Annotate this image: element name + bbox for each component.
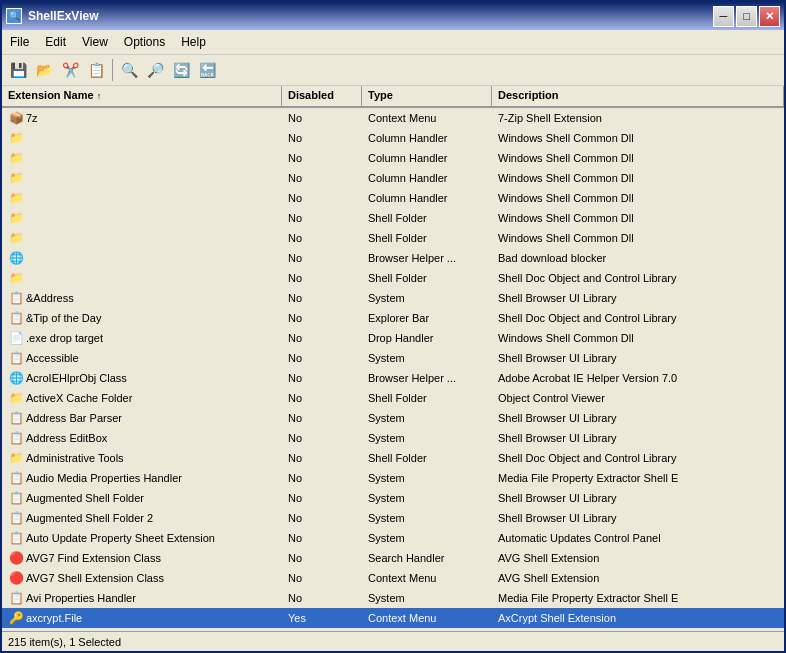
cell-disabled: No: [282, 108, 362, 128]
cell-name: 🔑axcrypt.File: [2, 608, 282, 628]
row-icon: 📋: [8, 430, 24, 446]
toolbar-btn-refresh[interactable]: 🔄: [169, 58, 193, 82]
row-icon: 📁: [8, 450, 24, 466]
cell-type: Browser Helper ...: [362, 248, 492, 268]
col-header-disabled[interactable]: Disabled: [282, 86, 362, 106]
cell-desc: Windows Shell Common Dll: [492, 148, 784, 168]
table-row[interactable]: 🔑axcrypt.FileYesContext MenuAxCrypt Shel…: [2, 608, 784, 628]
table-row[interactable]: 📋Audio Media Properties HandlerNoSystemM…: [2, 468, 784, 488]
cell-name: 📁: [2, 228, 282, 248]
cell-name: 🌐AcroIEHlprObj Class: [2, 368, 282, 388]
table-wrapper: Extension Name ↑ Disabled Type Descripti…: [2, 86, 784, 631]
toolbar-btn-copy[interactable]: 📋: [84, 58, 108, 82]
table-row[interactable]: 📁ActiveX Cache FolderNoShell FolderObjec…: [2, 388, 784, 408]
col-header-desc[interactable]: Description: [492, 86, 784, 106]
row-name-text: Accessible: [26, 349, 79, 367]
title-bar: 🔍 ShellExView ─ □ ✕: [2, 2, 784, 30]
status-text: 215 item(s), 1 Selected: [8, 636, 121, 648]
table-row[interactable]: 📋&Tip of the DayNoExplorer BarShell Doc …: [2, 308, 784, 328]
table-row[interactable]: 📁NoShell FolderWindows Shell Common Dll: [2, 208, 784, 228]
table-row[interactable]: 🔴AVG7 Find Extension ClassNoSearch Handl…: [2, 548, 784, 568]
main-content: Extension Name ↑ Disabled Type Descripti…: [2, 86, 784, 651]
cell-desc: Bad download blocker: [492, 248, 784, 268]
row-icon: 📋: [8, 290, 24, 306]
menu-item-file[interactable]: File: [2, 32, 37, 52]
row-name-text: Augmented Shell Folder 2: [26, 509, 153, 527]
cell-type: Drop Handler: [362, 328, 492, 348]
row-icon: 📋: [8, 490, 24, 506]
cell-disabled: No: [282, 508, 362, 528]
toolbar-btn-zoom[interactable]: 🔎: [143, 58, 167, 82]
row-name-text: &Tip of the Day: [26, 309, 101, 327]
row-name-text: ActiveX Cache Folder: [26, 389, 132, 407]
cell-desc: AVG Shell Extension: [492, 568, 784, 588]
row-icon: 📁: [8, 390, 24, 406]
table-row[interactable]: 📁NoColumn HandlerWindows Shell Common Dl…: [2, 168, 784, 188]
table-row[interactable]: 📋Address Bar ParserNoSystemShell Browser…: [2, 408, 784, 428]
app-icon: 🔍: [6, 8, 22, 24]
toolbar-btn-search[interactable]: 🔍: [117, 58, 141, 82]
menu-item-options[interactable]: Options: [116, 32, 173, 52]
row-icon: 📋: [8, 470, 24, 486]
maximize-button[interactable]: □: [736, 6, 757, 27]
table-row[interactable]: 📁NoColumn HandlerWindows Shell Common Dl…: [2, 128, 784, 148]
cell-type: Shell Folder: [362, 208, 492, 228]
col-header-name[interactable]: Extension Name ↑: [2, 86, 282, 106]
cell-name: 📁: [2, 148, 282, 168]
toolbar-btn-cut[interactable]: ✂️: [58, 58, 82, 82]
row-name-text: .exe drop target: [26, 329, 103, 347]
row-icon: 🔑: [8, 610, 24, 626]
cell-desc: Media File Property Extractor Shell E: [492, 588, 784, 608]
table-row[interactable]: 🔴AVG7 Shell Extension ClassNoContext Men…: [2, 568, 784, 588]
menu-bar: FileEditViewOptionsHelp: [2, 30, 784, 55]
table-row[interactable]: 📋Avi Properties HandlerNoSystemMedia Fil…: [2, 588, 784, 608]
cell-disabled: No: [282, 228, 362, 248]
table-row[interactable]: 📁NoColumn HandlerWindows Shell Common Dl…: [2, 188, 784, 208]
close-button[interactable]: ✕: [759, 6, 780, 27]
toolbar-btn-back[interactable]: 🔙: [195, 58, 219, 82]
table-row[interactable]: 🌐NoBrowser Helper ...Bad download blocke…: [2, 248, 784, 268]
row-icon: 📁: [8, 130, 24, 146]
table-row[interactable]: 📁NoShell FolderShell Doc Object and Cont…: [2, 268, 784, 288]
menu-item-view[interactable]: View: [74, 32, 116, 52]
row-icon: 📋: [8, 310, 24, 326]
window-controls: ─ □ ✕: [713, 6, 780, 27]
table-row[interactable]: 📋Augmented Shell Folder 2NoSystemShell B…: [2, 508, 784, 528]
cell-name: 🔴AVG7 Find Extension Class: [2, 548, 282, 568]
cell-name: 🔴AVG7 Shell Extension Class: [2, 568, 282, 588]
minimize-button[interactable]: ─: [713, 6, 734, 27]
table-row[interactable]: 📋&AddressNoSystemShell Browser UI Librar…: [2, 288, 784, 308]
toolbar-btn-save[interactable]: 💾: [6, 58, 30, 82]
cell-desc: Shell Browser UI Library: [492, 288, 784, 308]
cell-name: 📁: [2, 268, 282, 288]
table-row[interactable]: 📦7zNoContext Menu7-Zip Shell Extension: [2, 108, 784, 128]
row-name-text: AVG7 Shell Extension Class: [26, 569, 164, 587]
toolbar-btn-open[interactable]: 📂: [32, 58, 56, 82]
col-header-type[interactable]: Type: [362, 86, 492, 106]
table-row[interactable]: 📋Augmented Shell FolderNoSystemShell Bro…: [2, 488, 784, 508]
table-row[interactable]: 📁NoColumn HandlerWindows Shell Common Dl…: [2, 148, 784, 168]
cell-name: 📋Augmented Shell Folder: [2, 488, 282, 508]
row-name-text: &Address: [26, 289, 74, 307]
table-row[interactable]: 🌐AcroIEHlprObj ClassNoBrowser Helper ...…: [2, 368, 784, 388]
cell-type: System: [362, 468, 492, 488]
cell-name: 📁: [2, 188, 282, 208]
menu-item-edit[interactable]: Edit: [37, 32, 74, 52]
menu-item-help[interactable]: Help: [173, 32, 214, 52]
toolbar: 💾📂✂️📋🔍🔎🔄🔙: [2, 55, 784, 86]
table-row[interactable]: 📄.exe drop targetNoDrop HandlerWindows S…: [2, 328, 784, 348]
table-body[interactable]: 📦7zNoContext Menu7-Zip Shell Extension📁N…: [2, 108, 784, 631]
cell-disabled: No: [282, 428, 362, 448]
cell-desc: Shell Doc Object and Control Library: [492, 268, 784, 288]
cell-disabled: No: [282, 488, 362, 508]
cell-desc: Shell Browser UI Library: [492, 428, 784, 448]
table-row[interactable]: 📁Administrative ToolsNoShell FolderShell…: [2, 448, 784, 468]
cell-desc: Windows Shell Common Dll: [492, 188, 784, 208]
table-row[interactable]: 📋AccessibleNoSystemShell Browser UI Libr…: [2, 348, 784, 368]
table-row[interactable]: 📁NoShell FolderWindows Shell Common Dll: [2, 228, 784, 248]
table-row[interactable]: 📋Address EditBoxNoSystemShell Browser UI…: [2, 428, 784, 448]
row-icon: 📦: [8, 110, 24, 126]
cell-type: Search Handler: [362, 548, 492, 568]
cell-desc: AVG Shell Extension: [492, 548, 784, 568]
table-row[interactable]: 📋Auto Update Property Sheet ExtensionNoS…: [2, 528, 784, 548]
